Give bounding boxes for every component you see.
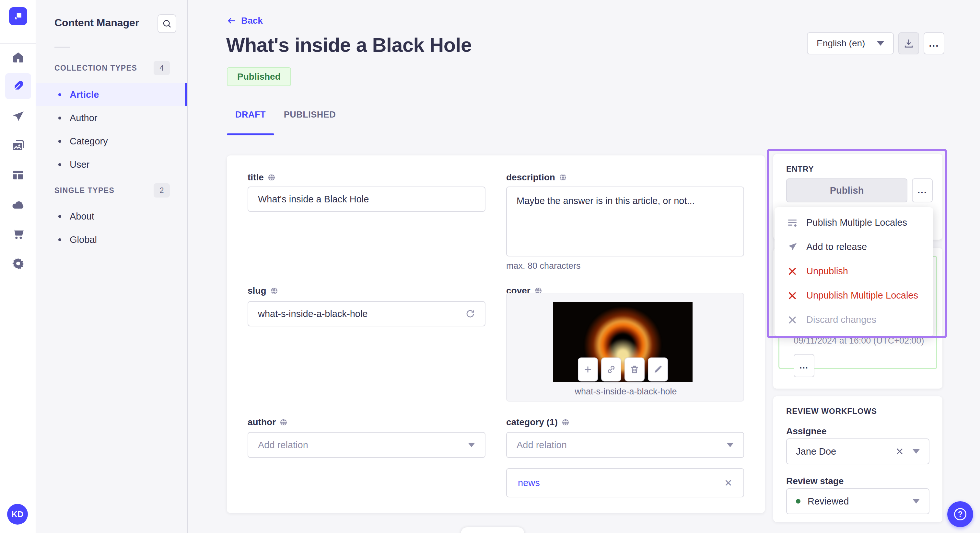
header-more-button[interactable]: ...: [924, 32, 944, 54]
stage-status-dot: [796, 499, 800, 503]
strapi-logo[interactable]: [9, 7, 27, 25]
description-value: Maybe the answer is in this article, or …: [517, 195, 695, 206]
slug-field-label: slug: [248, 286, 278, 296]
bottom-floating-bar: [461, 527, 524, 533]
back-arrow-icon: [227, 16, 237, 25]
question-mark-icon: ?: [954, 508, 966, 520]
bullet-icon: [58, 140, 61, 143]
settings-gear-icon[interactable]: [5, 251, 31, 276]
menu-item-add-to-release[interactable]: Add to release: [775, 235, 933, 259]
field-label-text: author: [248, 417, 276, 427]
assignee-select[interactable]: Jane Doe: [786, 438, 929, 464]
menu-item-label: Add to release: [806, 241, 867, 252]
category-field-label: category (1): [506, 417, 570, 427]
locale-value: English (en): [817, 38, 865, 49]
single-types-header: SINGLE TYPES 2: [54, 183, 170, 198]
tab-published[interactable]: PUBLISHED: [281, 106, 339, 124]
search-button[interactable]: [158, 14, 176, 33]
sidebar-item-label: User: [70, 159, 89, 170]
collection-types-header: COLLECTION TYPES 4: [54, 61, 170, 75]
tab-draft[interactable]: DRAFT: [227, 106, 274, 124]
menu-item-unpublish-multiple-locales[interactable]: Unpublish Multiple Locales: [775, 283, 933, 308]
locale-select[interactable]: English (en): [807, 32, 894, 54]
relation-link[interactable]: news: [518, 477, 540, 488]
publish-button[interactable]: Publish: [786, 178, 907, 202]
sidebar-item-user[interactable]: User: [36, 153, 187, 176]
menu-item-publish-multiple-locales[interactable]: Publish Multiple Locales: [775, 211, 933, 235]
nav-rail: KD: [0, 0, 36, 533]
remove-relation-icon[interactable]: ✕: [724, 477, 732, 489]
review-stage-select[interactable]: Reviewed: [786, 488, 929, 514]
menu-item-discard-changes[interactable]: Discard changes: [775, 308, 933, 332]
single-types-count: 2: [154, 183, 170, 198]
description-hint: max. 80 characters: [506, 261, 581, 271]
cloud-icon[interactable]: [5, 192, 31, 217]
delete-asset-button[interactable]: [625, 357, 644, 381]
sidebar-item-category[interactable]: Category: [36, 130, 187, 153]
releases-icon[interactable]: [5, 104, 31, 130]
entry-more-button[interactable]: ...: [912, 178, 933, 202]
description-textarea[interactable]: Maybe the answer is in this article, or …: [506, 187, 744, 257]
status-badge: Published: [227, 67, 291, 86]
x-icon: [787, 266, 798, 277]
x-icon: [787, 314, 798, 325]
content-type-builder-icon[interactable]: [5, 162, 31, 188]
schedule-date: 09/11/2024 at 16:00 (UTC+02:00): [794, 336, 924, 346]
search-icon: [162, 19, 172, 29]
sidebar-item-author[interactable]: Author: [36, 106, 187, 130]
sidebar-item-label: About: [70, 211, 94, 222]
list-plus-icon: [787, 217, 798, 228]
avatar[interactable]: KD: [7, 504, 28, 525]
copy-link-button[interactable]: [601, 357, 621, 381]
add-asset-button[interactable]: [578, 357, 598, 381]
edit-asset-button[interactable]: [648, 357, 668, 381]
menu-item-label: Publish Multiple Locales: [806, 217, 907, 228]
publish-label: Publish: [830, 185, 864, 196]
link-icon: [606, 364, 616, 374]
menu-item-unpublish[interactable]: Unpublish: [775, 259, 933, 283]
more-dots: ...: [929, 38, 939, 49]
author-relation-select[interactable]: Add relation: [248, 432, 485, 458]
globe-icon: [280, 418, 288, 426]
globe-icon: [559, 174, 567, 181]
marketplace-cart-icon[interactable]: [5, 221, 31, 247]
title-input[interactable]: What's inside a Black Hole: [248, 187, 485, 212]
collection-types-count: 4: [154, 61, 170, 75]
sidebar-item-article[interactable]: Article: [36, 83, 187, 106]
bullet-icon: [58, 163, 61, 166]
strapi-logo-icon: [13, 11, 24, 22]
subnav-divider: [54, 47, 70, 48]
home-icon[interactable]: [5, 44, 31, 70]
content-manager-icon[interactable]: [5, 73, 31, 99]
review-workflows-card: REVIEW WORKFLOWS Assignee Jane Doe Revie…: [773, 397, 942, 522]
clear-icon[interactable]: [895, 447, 904, 456]
globe-icon: [268, 174, 275, 181]
menu-item-label: Discard changes: [806, 314, 876, 325]
plus-icon: [583, 364, 593, 374]
download-button[interactable]: [898, 32, 919, 54]
chevron-down-icon: [727, 443, 734, 447]
slug-input[interactable]: what-s-inside-a-black-hole: [248, 301, 485, 327]
download-icon: [904, 38, 914, 49]
bullet-icon: [58, 215, 61, 218]
sidebar-item-global[interactable]: Global: [36, 228, 187, 251]
bullet-icon: [58, 117, 61, 119]
author-placeholder: Add relation: [258, 440, 308, 451]
release-more-button[interactable]: ...: [794, 354, 815, 377]
back-link[interactable]: Back: [227, 16, 263, 26]
subnav-panel: Content Manager COLLECTION TYPES 4 Artic…: [36, 0, 188, 533]
review-stage-label: Review stage: [786, 476, 843, 486]
description-field-label: description: [506, 172, 567, 182]
help-button[interactable]: ?: [947, 501, 973, 527]
sidebar-item-label: Global: [70, 235, 97, 245]
category-placeholder: Add relation: [517, 440, 567, 451]
category-relation-select[interactable]: Add relation: [506, 432, 744, 458]
sidebar-item-about[interactable]: About: [36, 205, 187, 228]
regenerate-icon[interactable]: [465, 309, 475, 319]
pencil-icon: [653, 364, 663, 374]
back-label: Back: [241, 16, 263, 26]
more-dots: ...: [918, 185, 927, 195]
more-dots: ...: [800, 361, 808, 371]
media-library-icon[interactable]: [5, 133, 31, 159]
author-field-label: author: [248, 417, 288, 427]
